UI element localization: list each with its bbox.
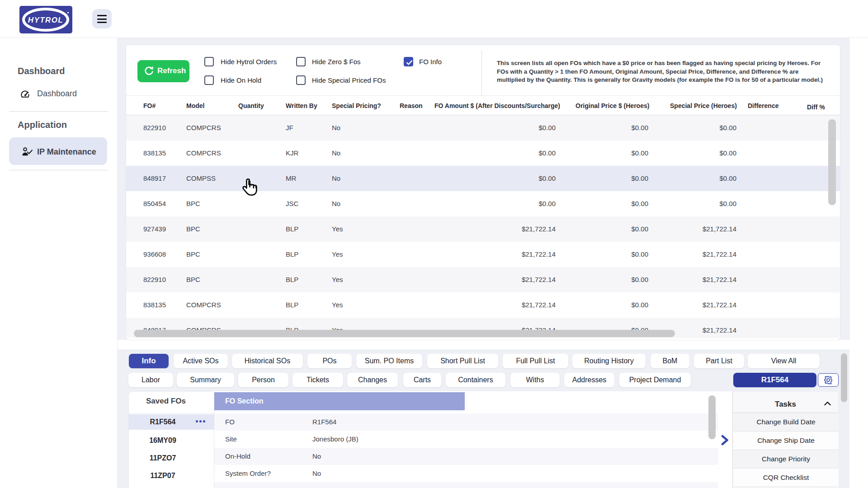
svg-text:HYTROL: HYTROL [28,16,63,24]
